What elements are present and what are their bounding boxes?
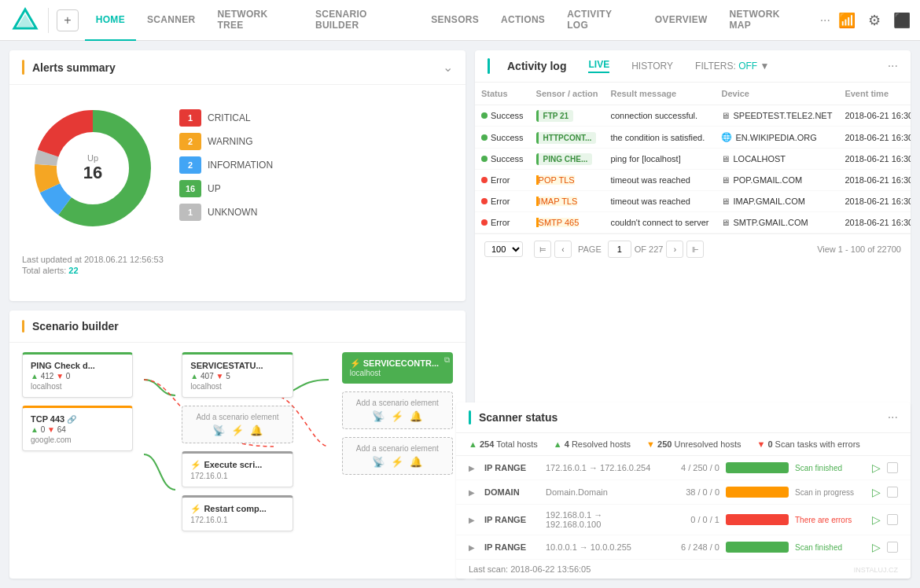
restart-host: 172.16.0.1 (190, 516, 284, 524)
signal-icon-3: 📡 (372, 456, 385, 468)
header-right: 📶 ⚙ ⬛ (838, 12, 911, 29)
per-page-select[interactable]: 100 50 25 (484, 241, 523, 257)
add-button[interactable]: + (57, 9, 79, 31)
scenario-node-execute[interactable]: ⚡ Execute scri... 172.16.0.1 (182, 451, 293, 487)
logout-icon[interactable]: ⬛ (893, 12, 911, 29)
expand-icon[interactable]: ▶ (469, 543, 478, 552)
scan-progress-bar (726, 514, 789, 525)
scan-range: 192.168.0.1 → 192.168.0.100 (546, 510, 658, 529)
status-dot (481, 198, 488, 204)
scan-play-button[interactable]: ▷ (872, 541, 881, 553)
sensor-badge: POP TLS (536, 175, 575, 185)
scanner-status-title: Scanner status (479, 411, 558, 424)
tab-live[interactable]: LIVE (588, 59, 609, 73)
legend-label-up: UP (208, 183, 221, 194)
service-status-host: localhost (190, 382, 284, 391)
row-time: 2018-06-21 16:30:05 (838, 191, 911, 212)
nav-item-home[interactable]: HOME (85, 0, 136, 41)
legend-label-unknown: UNKNOWN (208, 207, 257, 218)
signal-icon: 📡 (212, 424, 225, 436)
scan-checkbox[interactable] (887, 487, 898, 498)
scan-type: IP RANGE (484, 515, 539, 524)
tab-history[interactable]: HISTORY (631, 61, 673, 72)
scan-row: ▶ IP RANGE 172.16.0.1 → 172.16.0.254 4 /… (456, 456, 911, 480)
add-element-col2[interactable]: Add a scenario element 📡 ⚡ 🔔 (182, 406, 293, 443)
page-input[interactable] (608, 241, 631, 258)
row-sensor: HTTPCONT... (530, 127, 605, 149)
nav-more-button[interactable]: ··· (812, 13, 838, 28)
scenario-canvas: PING Check d... ▲ 412 ▼ 0 localhost TCP … (22, 352, 453, 531)
nav-item-activity-log[interactable]: ACTIVITY LOG (556, 0, 644, 41)
copy-icon: ⧉ (444, 355, 450, 365)
scenario-col-2: SERVICESTATU... ▲ 407 ▼ 5 localhost Add … (182, 352, 293, 531)
scenario-node-service-contr[interactable]: ⧉ ⚡ SERVICECONTR... localhost (342, 352, 453, 384)
row-device: 🖥SMTP.GMAIL.COM (715, 212, 838, 233)
col-status: Status (475, 83, 530, 105)
page-prev-button[interactable]: ‹ (554, 241, 572, 258)
nav-item-scenario-builder[interactable]: SCENARIO BUILDER (304, 0, 420, 41)
expand-icon[interactable]: ▶ (469, 464, 478, 472)
expand-icon[interactable]: ▶ (469, 488, 478, 497)
nav-item-scanner[interactable]: SCANNER (136, 0, 206, 41)
nav-item-overview[interactable]: OVERVIEW (644, 0, 719, 41)
activity-menu-button[interactable]: ··· (888, 59, 898, 73)
scanner-rows: ▶ IP RANGE 172.16.0.1 → 172.16.0.254 4 /… (456, 456, 911, 560)
settings-icon[interactable]: ⚙ (868, 12, 881, 29)
col-result-message: Result message (604, 83, 715, 105)
filters-button[interactable]: FILTERS: OFF ▼ (695, 61, 769, 72)
scan-progress-bar (726, 487, 789, 498)
status-dot (481, 134, 488, 141)
alerts-summary-card: Alerts summary ⌄ Up (9, 50, 466, 301)
row-status: Error (475, 170, 530, 191)
device-icon: 🖥 (721, 154, 730, 164)
legend-critical: 1 CRITICAL (179, 109, 453, 127)
scanner-summary: ▲ 254 Total hosts ▲ 4 Resolved hosts ▼ 2… (456, 433, 911, 456)
nav-item-network-tree[interactable]: NETWORK TREE (206, 0, 304, 41)
scan-checkbox[interactable] (887, 514, 898, 525)
filters-state: OFF (738, 61, 757, 72)
legend-warning: 2 WARNING (179, 133, 453, 150)
donut-chart: Up 16 (22, 97, 164, 239)
scan-status-text: There are errors (795, 516, 866, 524)
scenario-node-restart[interactable]: ⚡ Restart comp... 172.16.0.1 (182, 495, 293, 531)
scenario-node-service-status[interactable]: SERVICESTATU... ▲ 407 ▼ 5 localhost (182, 352, 293, 398)
page-next-button[interactable]: › (666, 241, 683, 258)
device-icon: 🖥 (721, 218, 730, 227)
add-element-col3-1[interactable]: Add a scenario element 📡 ⚡ 🔔 (342, 391, 453, 429)
total-alerts-value: 22 (68, 266, 78, 275)
scenario-node-ping[interactable]: PING Check d... ▲ 412 ▼ 0 localhost (22, 352, 133, 398)
alerts-legend: 1 CRITICAL 2 WARNING 2 INFORMATION 16 UP… (179, 109, 453, 227)
scan-range: Domain.Domain (546, 487, 658, 497)
scan-checkbox[interactable] (887, 462, 898, 473)
page-last-button[interactable]: ⊩ (686, 241, 704, 258)
scan-play-button[interactable]: ▷ (872, 461, 881, 474)
scenario-node-tcp[interactable]: TCP 443 🔗 ▲ 0 ▼ 64 google.com (22, 406, 133, 451)
scan-progress-bar (726, 542, 789, 553)
wifi-icon[interactable]: 📶 (838, 12, 856, 29)
add-element-col3-2[interactable]: Add a scenario element 📡 ⚡ 🔔 (342, 437, 453, 475)
restart-title: ⚡ Restart comp... (190, 504, 284, 514)
scan-play-button[interactable]: ▷ (872, 486, 881, 498)
scanner-menu-button[interactable]: ··· (888, 410, 898, 424)
nav-item-actions[interactable]: ACTIONS (490, 0, 556, 41)
page-first-button[interactable]: ⊨ (534, 241, 551, 258)
scenario-accent-bar (22, 320, 24, 333)
summary-total: ▲ 254 Total hosts (469, 439, 538, 449)
last-scan-text: Last scan: 2018-06-22 13:56:05 (469, 564, 591, 574)
scan-range: 10.0.0.1 → 10.0.0.255 (546, 542, 658, 552)
scan-type: IP RANGE (484, 463, 539, 472)
nav-item-network-map[interactable]: NETWORK MAP (719, 0, 812, 41)
scan-row: ▶ DOMAIN Domain.Domain 38 / 0 / 0 Scan i… (456, 480, 911, 505)
chevron-down-icon: ▼ (760, 61, 770, 72)
nav-item-sensors[interactable]: SENSORS (420, 0, 490, 41)
scan-play-button[interactable]: ▷ (872, 513, 881, 526)
row-time: 2018-06-21 16:30:00 (838, 127, 911, 149)
scan-checkbox[interactable] (887, 542, 898, 553)
scan-type: IP RANGE (484, 542, 539, 552)
expand-icon[interactable]: ▶ (469, 516, 478, 524)
bolt-icon: ⚡ (231, 424, 244, 436)
signal-icon-2: 📡 (372, 410, 385, 422)
device-icon: 🖥 (721, 175, 730, 185)
logo (9, 5, 40, 36)
alerts-collapse-button[interactable]: ⌄ (443, 60, 453, 75)
